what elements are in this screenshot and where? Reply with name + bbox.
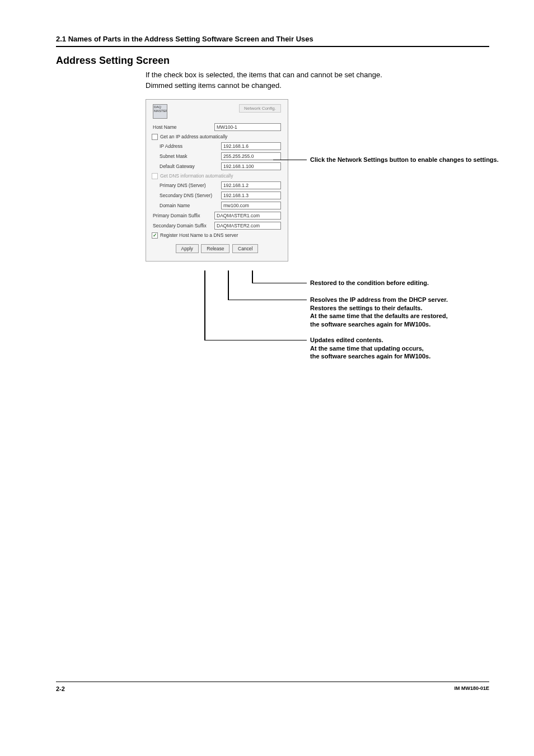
leader-line	[252, 283, 307, 284]
register-host-label: Register Host Name to a DNS server	[160, 232, 238, 238]
anno-apply-l1: Updates edited contents.	[310, 336, 500, 344]
primary-dns-input[interactable]: 192.168.1.2	[221, 181, 281, 189]
gateway-label: Default Gateway	[160, 164, 221, 169]
leader-line	[204, 270, 205, 340]
anno-cancel: Restored to the condition before editing…	[310, 279, 500, 287]
app-icon: DAQMASTER	[153, 104, 167, 119]
settings-panel: DAQMASTER Network Config. Host Name MW10…	[146, 99, 288, 262]
ip-auto-label: Get an IP address automatically	[160, 134, 227, 139]
leader-line	[204, 340, 307, 341]
ip-address-input[interactable]: 192.168.1.6	[221, 142, 281, 150]
leader-line	[228, 300, 307, 301]
network-config-button[interactable]: Network Config.	[239, 104, 281, 113]
intro-line-2: Dimmed setting items cannot be changed.	[146, 81, 489, 91]
anno-release-l1: Resolves the IP address from the DHCP se…	[310, 296, 500, 304]
dns-auto-checkbox[interactable]	[152, 173, 158, 179]
page-title: Address Setting Screen	[56, 55, 489, 67]
subnet-input[interactable]: 255.255.255.0	[221, 152, 281, 160]
dns-auto-label: Get DNS information automatically	[160, 173, 233, 179]
anno-release-l3: At the same time that the defaults are r…	[310, 312, 500, 320]
page-footer: 2-2 IM MW180-01E	[56, 682, 489, 692]
anno-apply: Updates edited contents. At the same tim…	[310, 336, 500, 361]
section-header-row: 2.1 Names of Parts in the Address Settin…	[56, 34, 489, 47]
cancel-button[interactable]: Cancel	[232, 244, 258, 253]
intro-text: If the check box is selected, the items …	[146, 70, 489, 91]
host-name-label: Host Name	[153, 124, 214, 130]
apply-button[interactable]: Apply	[176, 244, 199, 253]
release-button[interactable]: Release	[201, 244, 229, 253]
register-host-checkbox[interactable]: ✓	[152, 232, 158, 239]
host-name-input[interactable]: MW100-1	[214, 123, 281, 131]
secondary-dns-label: Secondary DNS (Server)	[160, 193, 221, 198]
anno-release-l2: Restores the settings to their defaults.	[310, 304, 500, 312]
anno-apply-l2: At the same time that updating occurs,	[310, 344, 500, 353]
gateway-input[interactable]: 192.168.1.100	[221, 162, 281, 170]
leader-line	[273, 160, 307, 161]
anno-apply-l3: the software searches again for MW100s.	[310, 352, 500, 361]
subnet-label: Subnet Mask	[160, 153, 221, 159]
intro-line-1: If the check box is selected, the items …	[146, 70, 489, 81]
secondary-suffix-label: Secondary Domain Suffix	[153, 223, 214, 228]
anno-release: Resolves the IP address from the DHCP se…	[310, 296, 500, 329]
ip-address-label: IP Address	[160, 143, 221, 149]
leader-line	[228, 270, 229, 300]
anno-release-l4: the software searches again for MW100s.	[310, 320, 500, 329]
section-header: 2.1 Names of Parts in the Address Settin…	[56, 35, 313, 43]
ip-auto-checkbox[interactable]	[152, 134, 158, 140]
secondary-dns-input[interactable]: 192.168.1.3	[221, 192, 281, 199]
secondary-suffix-input[interactable]: DAQMASTER2.com	[214, 222, 281, 230]
page-number: 2-2	[56, 685, 65, 692]
domain-name-label: Domain Name	[160, 203, 221, 208]
anno-network-button: Click the Network Settings button to ena…	[310, 156, 500, 164]
primary-dns-label: Primary DNS (Server)	[160, 183, 221, 188]
primary-suffix-label: Primary Domain Suffix	[153, 213, 214, 218]
leader-line	[252, 270, 253, 283]
primary-suffix-input[interactable]: DAQMASTER1.com	[214, 212, 281, 220]
figure-area: DAQMASTER Network Config. Host Name MW10…	[146, 99, 489, 368]
document-id: IM MW180-01E	[454, 685, 489, 692]
domain-name-input[interactable]: mw100.com	[221, 202, 281, 209]
